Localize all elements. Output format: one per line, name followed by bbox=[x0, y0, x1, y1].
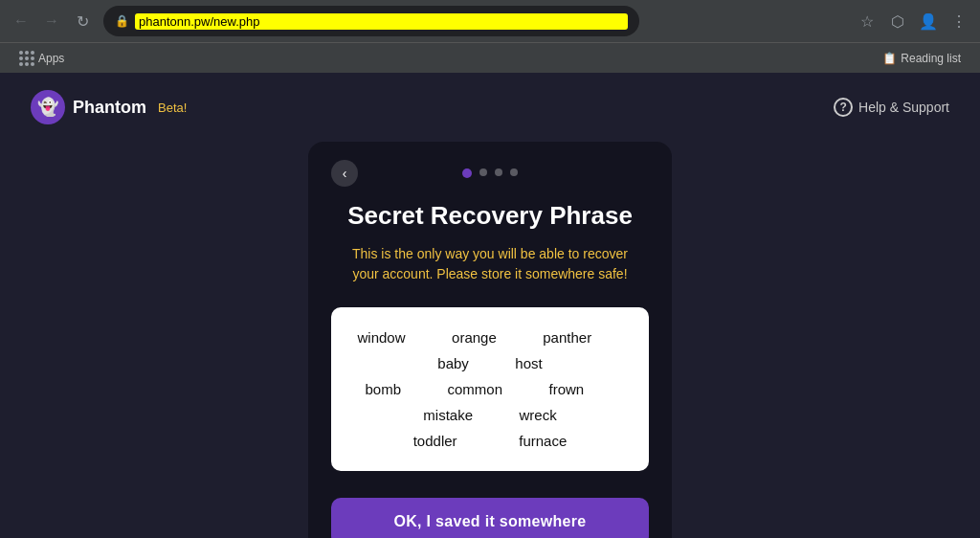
bookmarks-bar: Apps 📋 Reading list bbox=[0, 42, 980, 73]
help-label: Help & Support bbox=[858, 100, 949, 115]
help-support[interactable]: ? Help & Support bbox=[834, 98, 949, 117]
card: ‹ Secret Recovery Phrase This is the onl… bbox=[308, 142, 672, 538]
browser-frame: ← → ↻ 🔒 ☆ ⬡ 👤 ⋮ Apps 📋 Reading list bbox=[0, 0, 980, 538]
page-content: 👻 Phantom Beta! ? Help & Support ‹ bbox=[0, 73, 980, 538]
ok-saved-button[interactable]: OK, I saved it somewhere bbox=[331, 498, 649, 538]
phrase-text: window orange panther baby host bomb com… bbox=[350, 325, 630, 454]
back-button[interactable]: ← bbox=[8, 8, 34, 34]
help-icon: ? bbox=[834, 98, 853, 117]
card-title: Secret Recovery Phrase bbox=[347, 201, 633, 231]
apps-icon bbox=[19, 51, 34, 66]
apps-label: Apps bbox=[38, 52, 64, 65]
phantom-name: Phantom bbox=[73, 98, 146, 118]
phrase-box: window orange panther baby host bomb com… bbox=[331, 307, 649, 471]
profile-button[interactable]: 👤 bbox=[915, 8, 942, 34]
reading-list-label: Reading list bbox=[901, 52, 961, 65]
toolbar-right: ☆ ⬡ 👤 ⋮ bbox=[854, 8, 972, 34]
dot-4 bbox=[510, 168, 518, 176]
address-bar-container: 🔒 bbox=[103, 6, 639, 36]
reading-list-icon: 📋 bbox=[882, 52, 897, 65]
star-button[interactable]: ☆ bbox=[854, 8, 880, 34]
dot-3 bbox=[495, 168, 502, 176]
apps-bookmark[interactable]: Apps bbox=[11, 47, 72, 70]
forward-button[interactable]: → bbox=[38, 8, 65, 34]
extensions-button[interactable]: ⬡ bbox=[884, 8, 911, 34]
phantom-header: 👻 Phantom Beta! ? Help & Support bbox=[0, 73, 980, 142]
dot-1 bbox=[462, 168, 472, 178]
phantom-icon: 👻 bbox=[31, 90, 65, 124]
phantom-ghost-icon: 👻 bbox=[37, 97, 58, 118]
page-bg: 👻 Phantom Beta! ? Help & Support ‹ bbox=[0, 73, 980, 538]
address-bar[interactable] bbox=[135, 13, 628, 30]
lock-icon: 🔒 bbox=[115, 14, 129, 28]
nav-buttons: ← → ↻ bbox=[8, 8, 96, 34]
main-area: ‹ Secret Recovery Phrase This is the onl… bbox=[0, 142, 980, 538]
reload-button[interactable]: ↻ bbox=[69, 8, 96, 34]
top-bar: ← → ↻ 🔒 ☆ ⬡ 👤 ⋮ bbox=[0, 0, 980, 42]
menu-button[interactable]: ⋮ bbox=[946, 8, 972, 34]
card-back-arrow[interactable]: ‹ bbox=[331, 160, 358, 187]
reading-list[interactable]: 📋 Reading list bbox=[875, 48, 969, 69]
phantom-logo: 👻 Phantom Beta! bbox=[31, 90, 187, 124]
card-subtitle: This is the only way you will be able to… bbox=[352, 244, 628, 284]
dot-2 bbox=[479, 168, 487, 176]
dots bbox=[462, 168, 518, 178]
card-nav: ‹ bbox=[331, 168, 649, 178]
phantom-beta: Beta! bbox=[158, 101, 187, 115]
